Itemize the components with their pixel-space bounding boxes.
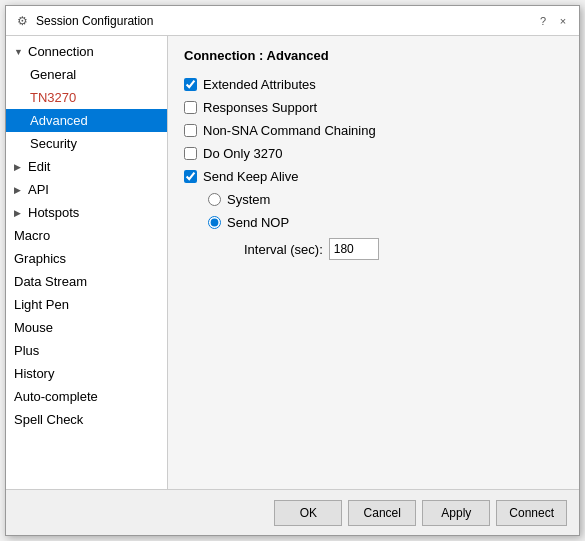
sidebar-item-api[interactable]: ▶ API [6,178,167,201]
sidebar-item-mouse[interactable]: Mouse [6,316,167,339]
sidebar-label-plus: Plus [14,343,39,358]
expand-icon-connection: ▼ [14,47,24,57]
sidebar-label-mouse: Mouse [14,320,53,335]
sidebar-label-general: General [30,67,76,82]
send-keep-alive-label: Send Keep Alive [203,169,298,184]
sidebar-item-spell-check[interactable]: Spell Check [6,408,167,431]
interval-row: Interval (sec): [244,238,563,260]
interval-input[interactable] [329,238,379,260]
sidebar-label-history: History [14,366,54,381]
panel-title: Connection : Advanced [184,48,563,63]
system-row: System [208,192,563,207]
sidebar-item-plus[interactable]: Plus [6,339,167,362]
sidebar: ▼ Connection General TN3270 Advanced Sec… [6,36,168,489]
session-config-dialog: ⚙ Session Configuration ? × ▼ Connection… [5,5,580,536]
sidebar-label-api: API [28,182,49,197]
send-keep-alive-checkbox[interactable] [184,170,197,183]
sidebar-label-light-pen: Light Pen [14,297,69,312]
title-bar: ⚙ Session Configuration ? × [6,6,579,36]
title-bar-left: ⚙ Session Configuration [14,13,153,29]
expand-icon-api: ▶ [14,185,24,195]
sidebar-item-general[interactable]: General [6,63,167,86]
main-content: ▼ Connection General TN3270 Advanced Sec… [6,36,579,489]
sidebar-label-graphics: Graphics [14,251,66,266]
system-label: System [227,192,270,207]
sidebar-label-macro: Macro [14,228,50,243]
connect-button[interactable]: Connect [496,500,567,526]
sidebar-label-auto-complete: Auto-complete [14,389,98,404]
responses-support-checkbox[interactable] [184,101,197,114]
extended-attributes-label: Extended Attributes [203,77,316,92]
sidebar-item-history[interactable]: History [6,362,167,385]
footer: OK Cancel Apply Connect [6,489,579,535]
non-sna-checkbox[interactable] [184,124,197,137]
do-only-3270-label: Do Only 3270 [203,146,283,161]
close-button[interactable]: × [555,13,571,29]
sidebar-label-advanced: Advanced [30,113,88,128]
sidebar-label-connection: Connection [28,44,94,59]
sidebar-item-advanced[interactable]: Advanced [6,109,167,132]
sidebar-label-security: Security [30,136,77,151]
system-radio[interactable] [208,193,221,206]
sidebar-label-edit: Edit [28,159,50,174]
dialog-title: Session Configuration [36,14,153,28]
responses-support-row: Responses Support [184,100,563,115]
expand-icon-edit: ▶ [14,162,24,172]
title-buttons: ? × [535,13,571,29]
interval-label: Interval (sec): [244,242,323,257]
send-nop-label: Send NOP [227,215,289,230]
sidebar-item-light-pen[interactable]: Light Pen [6,293,167,316]
right-panel: Connection : Advanced Extended Attribute… [168,36,579,489]
sidebar-label-spell-check: Spell Check [14,412,83,427]
do-only-3270-row: Do Only 3270 [184,146,563,161]
sidebar-label-tn3270: TN3270 [30,90,76,105]
sidebar-item-connection[interactable]: ▼ Connection [6,40,167,63]
send-nop-row: Send NOP [208,215,563,230]
expand-icon-hotspots: ▶ [14,208,24,218]
sidebar-item-hotspots[interactable]: ▶ Hotspots [6,201,167,224]
ok-button[interactable]: OK [274,500,342,526]
send-keep-alive-row: Send Keep Alive [184,169,563,184]
sidebar-item-macro[interactable]: Macro [6,224,167,247]
non-sna-row: Non-SNA Command Chaining [184,123,563,138]
do-only-3270-checkbox[interactable] [184,147,197,160]
sidebar-item-security[interactable]: Security [6,132,167,155]
sidebar-item-auto-complete[interactable]: Auto-complete [6,385,167,408]
non-sna-label: Non-SNA Command Chaining [203,123,376,138]
cancel-button[interactable]: Cancel [348,500,416,526]
sidebar-label-data-stream: Data Stream [14,274,87,289]
help-button[interactable]: ? [535,13,551,29]
sidebar-item-graphics[interactable]: Graphics [6,247,167,270]
send-nop-radio[interactable] [208,216,221,229]
extended-attributes-row: Extended Attributes [184,77,563,92]
dialog-icon: ⚙ [14,13,30,29]
extended-attributes-checkbox[interactable] [184,78,197,91]
sidebar-item-tn3270[interactable]: TN3270 [6,86,167,109]
apply-button[interactable]: Apply [422,500,490,526]
sidebar-item-data-stream[interactable]: Data Stream [6,270,167,293]
responses-support-label: Responses Support [203,100,317,115]
sidebar-label-hotspots: Hotspots [28,205,79,220]
sidebar-item-edit[interactable]: ▶ Edit [6,155,167,178]
